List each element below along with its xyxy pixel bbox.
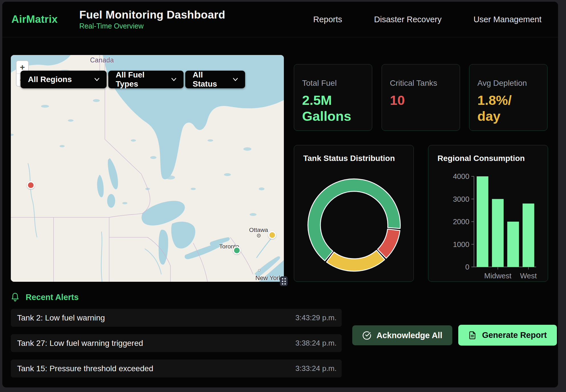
- fuel-type-filter-select[interactable]: All Fuel Types: [108, 71, 184, 88]
- doughnut-segment-critical-red: [378, 229, 400, 258]
- stat-card-critical-tanks: Critical Tanks 10: [382, 64, 460, 131]
- stat-label: Critical Tanks: [390, 79, 452, 88]
- status-filter-value: All Status: [193, 70, 226, 89]
- bell-icon: [11, 292, 19, 302]
- check-circle-icon: [362, 331, 371, 340]
- stat-label: Avg Depletion: [477, 79, 539, 88]
- status-filter-select[interactable]: All Status: [185, 71, 245, 88]
- acknowledge-all-label: Acknowledge All: [376, 331, 442, 340]
- nav-reports[interactable]: Reports: [313, 15, 342, 24]
- bar-0: [477, 176, 488, 267]
- chevron-down-icon: [233, 77, 238, 81]
- alert-text: Tank 2: Low fuel warning: [17, 313, 105, 322]
- alert-text: Tank 15: Pressure threshold exceeded: [17, 364, 153, 373]
- alert-time: 3:33:24 p.m.: [295, 364, 337, 373]
- map-panel: Canada Ottawa Toronto New York + − All R…: [11, 55, 284, 282]
- page-title: Fuel Monitoring Dashboard: [79, 9, 225, 21]
- alert-time: 3:38:24 p.m.: [295, 339, 337, 348]
- brand-logo: AirMatrix: [11, 13, 58, 25]
- nav-disaster-recovery[interactable]: Disaster Recovery: [374, 15, 442, 24]
- y-tick-label: 1000: [453, 240, 469, 249]
- map-filter-bar: All Regions All Fuel Types All Status: [21, 71, 245, 88]
- region-filter-select[interactable]: All Regions: [21, 71, 107, 88]
- alert-row[interactable]: Tank 2: Low fuel warning 3:43:29 p.m.: [11, 309, 342, 327]
- map-resize-handle[interactable]: [280, 276, 288, 286]
- map-canvas[interactable]: Canada Ottawa Toronto New York + − All R…: [11, 55, 284, 282]
- doughnut-segment-warning-yellow: [327, 250, 385, 271]
- new-york-city-dot: [258, 269, 260, 271]
- regional-consumption-title: Regional Consumption: [437, 154, 548, 163]
- y-tick-label: 3000: [453, 195, 469, 203]
- map-label-new-york: New York: [255, 274, 282, 282]
- tank-status-panel: Tank Status Distribution: [294, 145, 414, 282]
- tank-status-doughnut-chart: [294, 165, 414, 279]
- y-tick-label: 0: [465, 263, 469, 271]
- fuel-type-filter-value: All Fuel Types: [116, 70, 165, 89]
- stat-card-total-fuel: Total Fuel 2.5M Gallons: [294, 64, 372, 131]
- alert-text: Tank 27: Low fuel warning triggered: [17, 339, 143, 348]
- map-label-canada: Canada: [90, 56, 114, 64]
- y-tick-label: 4000: [453, 172, 469, 181]
- bar-2: [507, 222, 519, 267]
- recent-alerts-heading: Recent Alerts: [11, 292, 79, 302]
- ottawa-city-icon: [256, 233, 261, 238]
- generate-report-button[interactable]: Generate Report: [458, 325, 557, 346]
- file-text-icon: [468, 331, 477, 340]
- alert-row[interactable]: Tank 27: Low fuel warning triggered 3:38…: [11, 334, 342, 352]
- y-tick-label: 2000: [453, 217, 469, 226]
- map-marker-critical[interactable]: [27, 181, 35, 189]
- tank-status-title: Tank Status Distribution: [303, 154, 414, 163]
- x-tick-label: West: [520, 271, 537, 280]
- map-basemap: [11, 55, 284, 282]
- main-nav: Reports Disaster Recovery User Managemen…: [313, 15, 541, 24]
- bar-1: [492, 199, 504, 267]
- recent-alerts-label: Recent Alerts: [26, 293, 79, 302]
- stat-value-critical-tanks: 10: [390, 92, 452, 108]
- chevron-down-icon: [94, 77, 100, 81]
- bar-3: [523, 203, 534, 267]
- acknowledge-all-button[interactable]: Acknowledge All: [352, 325, 452, 345]
- generate-report-label: Generate Report: [482, 330, 547, 340]
- alert-row[interactable]: Tank 15: Pressure threshold exceeded 3:3…: [11, 360, 342, 377]
- nav-user-management[interactable]: User Management: [473, 15, 541, 24]
- stat-label: Total Fuel: [302, 79, 364, 88]
- stat-card-avg-depletion: Avg Depletion 1.8%/ day: [469, 64, 547, 131]
- alert-time: 3:43:29 p.m.: [295, 313, 337, 322]
- title-block: Fuel Monitoring Dashboard Real-Time Over…: [79, 9, 225, 30]
- map-marker-normal[interactable]: [233, 246, 241, 254]
- map-marker-warning[interactable]: [268, 231, 276, 239]
- stat-value-total-fuel: 2.5M Gallons: [302, 92, 364, 124]
- map-label-ottawa: Ottawa: [249, 226, 268, 233]
- header: AirMatrix Fuel Monitoring Dashboard Real…: [2, 2, 558, 37]
- app-window: AirMatrix Fuel Monitoring Dashboard Real…: [2, 2, 558, 387]
- page-subtitle: Real-Time Overview: [79, 22, 225, 30]
- regional-consumption-bar-chart: 01000200030004000MidwestWest: [428, 166, 548, 280]
- regional-consumption-panel: Regional Consumption 01000200030004000Mi…: [428, 145, 548, 282]
- region-filter-value: All Regions: [28, 75, 72, 84]
- stat-value-avg-depletion: 1.8%/ day: [477, 92, 539, 124]
- x-tick-label: Midwest: [484, 271, 512, 280]
- chevron-down-icon: [171, 77, 177, 81]
